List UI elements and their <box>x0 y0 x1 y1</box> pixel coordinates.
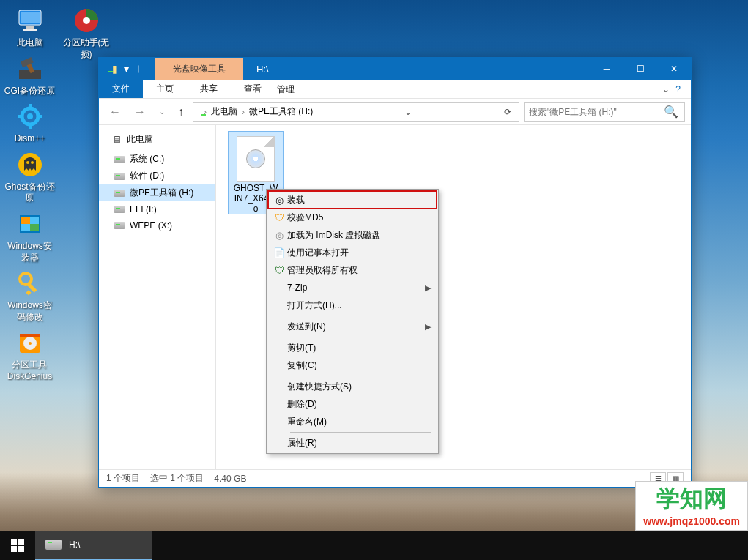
desktop-icon-this-pc[interactable]: 此电脑 <box>2 4 57 51</box>
nav-up-button[interactable]: ↑ <box>174 102 188 122</box>
ribbon-expand-icon[interactable]: ⌄ <box>662 84 670 94</box>
ctx-7zip[interactable]: 7-Zip▶ <box>268 279 437 296</box>
svg-rect-32 <box>18 546 24 552</box>
ctx-open-notepad[interactable]: 📄使用记事本打开 <box>268 244 437 261</box>
gear-icon <box>15 101 45 132</box>
iso-file-icon <box>237 136 275 182</box>
status-size: 4.40 GB <box>214 474 246 484</box>
nav-drive-x[interactable]: WEPE (X:) <box>99 217 215 234</box>
desktop-icon-label: Windows安 装器 <box>7 241 52 264</box>
ctx-separator <box>290 376 431 376</box>
search-input[interactable] <box>525 107 658 117</box>
ctx-copy[interactable]: 复制(C) <box>268 356 437 374</box>
ctx-separator <box>290 316 431 316</box>
qat-separator: ▾ <box>124 63 129 75</box>
nav-drive-d[interactable]: 软件 (D:) <box>99 168 215 184</box>
ribbon-right-controls: ⌄ ? <box>652 80 691 98</box>
disk-icon <box>15 327 45 358</box>
ctx-admin-ownership[interactable]: 🛡管理员取得所有权 <box>268 261 437 279</box>
drive-icon <box>114 204 125 215</box>
ctx-delete[interactable]: 删除(D) <box>268 395 437 413</box>
nav-recent-button[interactable]: ⌄ <box>155 105 169 119</box>
ctx-label: 管理员取得所有权 <box>287 264 358 277</box>
ribbon-tab-manage[interactable]: 管理 <box>256 81 315 99</box>
ctx-rename[interactable]: 重命名(M) <box>268 413 437 430</box>
svg-rect-31 <box>11 546 17 552</box>
ctx-label: 校验MD5 <box>287 212 323 224</box>
nav-drive-h[interactable]: 微PE工具箱 (H:) <box>99 184 215 201</box>
ctx-send-to[interactable]: 发送到(N)▶ <box>268 318 437 335</box>
desktop-icon-ghost[interactable]: Ghost备份还 原 <box>2 148 57 206</box>
desktop-icon-win-installer[interactable]: Windows安 装器 <box>2 207 57 265</box>
nav-drive-c[interactable]: 系统 (C:) <box>99 151 215 168</box>
nav-back-button[interactable]: ← <box>105 102 125 122</box>
ctx-label: 发送到(N) <box>287 321 326 333</box>
ribbon-tab-home[interactable]: 主页 <box>143 80 187 98</box>
ribbon-tab-share[interactable]: 共享 <box>187 80 231 98</box>
ctx-load-imdisk[interactable]: ◎加载为 ImDisk 虚拟磁盘 <box>268 226 437 244</box>
disc-icon: ◎ <box>271 230 287 241</box>
ghost-icon <box>15 149 45 180</box>
taskbar[interactable]: H:\ <box>0 531 748 560</box>
shield-icon: 🛡 <box>271 212 287 223</box>
desktop-icon-cgi-backup[interactable]: CGI备份还原 <box>2 52 57 99</box>
disc-icon: ◎ <box>271 195 287 206</box>
nav-forward-button[interactable]: → <box>130 102 150 122</box>
address-dropdown-icon[interactable]: ⌄ <box>400 107 416 117</box>
desktop-icon-label: Dism++ <box>15 133 45 145</box>
ctx-verify-md5[interactable]: 🛡校验MD5 <box>268 209 437 226</box>
svg-rect-10 <box>29 124 32 129</box>
ctx-mount[interactable]: ◎装载 <box>268 191 437 209</box>
svg-point-25 <box>29 342 32 345</box>
partition-helper-icon <box>71 5 102 36</box>
ctx-label: 删除(D) <box>287 398 317 411</box>
watermark-title: 学知网 <box>643 483 740 515</box>
start-button[interactable] <box>0 531 35 560</box>
desktop-icon-diskgenius[interactable]: 分区工具 DiskGenius <box>2 326 57 384</box>
search-box[interactable]: 🔍 <box>524 102 685 122</box>
nav-drive-i[interactable]: EFI (I:) <box>99 201 215 217</box>
watermark: 学知网 www.jmqz1000.com <box>635 481 748 531</box>
desktop-icon-dism[interactable]: Dism++ <box>2 100 57 146</box>
desktop-icon-partition-assistant[interactable]: 分区助手(无 损) <box>59 4 114 61</box>
nav-pane[interactable]: 🖥 此电脑 系统 (C:) 软件 (D:) 微PE工具箱 (H:) EFI (I… <box>99 125 216 469</box>
ctx-create-shortcut[interactable]: 创建快捷方式(S) <box>268 378 437 395</box>
svg-rect-9 <box>29 104 32 108</box>
desktop-icon-label: Ghost备份还 原 <box>4 182 54 204</box>
ctx-label: 创建快捷方式(S) <box>287 381 352 393</box>
contextual-tab-label: 光盘映像工具 <box>155 58 243 80</box>
submenu-arrow-icon: ▶ <box>425 283 431 293</box>
status-selected-count: 选中 1 个项目 <box>150 472 204 485</box>
titlebar[interactable]: ▮ ▾ ｜ 光盘映像工具 H:\ ─ ☐ ✕ <box>99 58 691 80</box>
breadcrumb-segment[interactable]: 此电脑 <box>208 105 240 118</box>
qat-item[interactable]: ▮ <box>112 63 118 75</box>
ribbon-tab-file[interactable]: 文件 <box>99 80 143 98</box>
window-title: H:\ <box>243 58 590 80</box>
address-bar[interactable]: › 此电脑 › 微PE工具箱 (H:) ⌄ ⟳ <box>193 102 519 122</box>
ctx-open-with[interactable]: 打开方式(H)... <box>268 296 437 314</box>
ctx-cut[interactable]: 剪切(T) <box>268 339 437 356</box>
refresh-icon[interactable]: ⟳ <box>500 107 516 117</box>
search-icon[interactable]: 🔍 <box>658 105 684 119</box>
nav-this-pc[interactable]: 🖥 此电脑 <box>99 131 215 148</box>
nav-label: 此电脑 <box>127 133 153 146</box>
ctx-label: 复制(C) <box>287 359 317 372</box>
svg-rect-30 <box>18 539 24 545</box>
ribbon-tabs: 文件 主页 共享 查看 管理 ⌄ ? <box>99 80 691 99</box>
minimize-button[interactable]: ─ <box>590 58 623 80</box>
breadcrumb-segment[interactable]: 微PE工具箱 (H:) <box>246 105 316 118</box>
ctx-label: 装载 <box>287 194 305 206</box>
drive-icon <box>114 220 125 231</box>
ctx-properties[interactable]: 属性(R) <box>268 434 437 452</box>
taskbar-item-explorer[interactable]: H:\ <box>35 531 152 560</box>
notepad-icon: 📄 <box>271 247 287 258</box>
desktop-icon-win-password[interactable]: Windows密 码修改 <box>2 266 57 324</box>
qat-customize[interactable]: ｜ <box>135 64 142 74</box>
close-button[interactable]: ✕ <box>657 58 691 80</box>
maximize-button[interactable]: ☐ <box>623 58 657 80</box>
watermark-url: www.jmqz1000.com <box>643 515 740 527</box>
ribbon-help-icon[interactable]: ? <box>675 84 681 94</box>
window-controls: ─ ☐ ✕ <box>590 58 691 80</box>
nav-label: EFI (I:) <box>130 204 157 214</box>
breadcrumb-sep-icon[interactable]: › <box>240 107 246 117</box>
